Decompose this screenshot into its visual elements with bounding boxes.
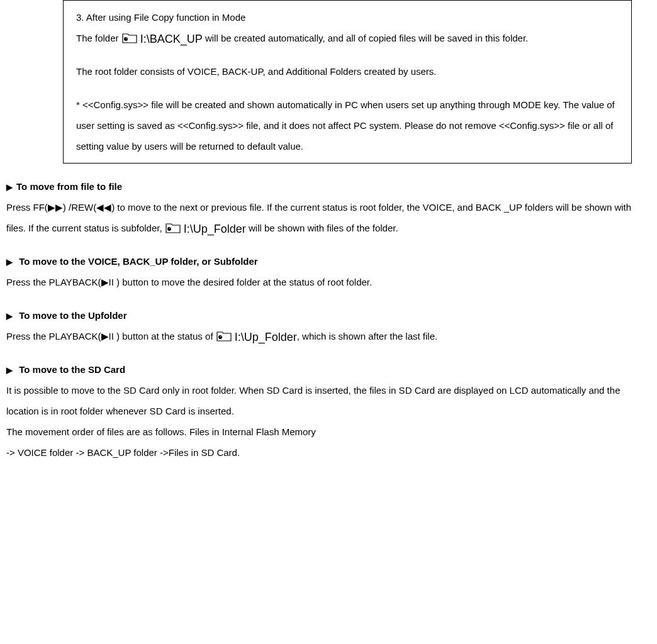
folder-icon — [216, 331, 232, 343]
section-title-move-file: To move from file to file — [6, 176, 651, 197]
section-title-move-voice: To move to the VOICE, BACK_UP folder, or… — [6, 251, 651, 272]
text: will be shown with files of the folder. — [249, 223, 398, 233]
folder-label: I:\Up_Folder — [184, 223, 246, 235]
section-body-sd2: The movement order of files are as follo… — [6, 421, 651, 442]
info-box: 3. After using File Copy function in Mod… — [63, 0, 632, 164]
folder-label: I:\BACK_UP — [140, 33, 203, 45]
section-title-sd-card: To move to the SD Card — [6, 359, 651, 380]
section-body-upfolder: Press the PLAYBACK(▶II ) button at the s… — [6, 326, 651, 347]
folder-label: I:\Up_Folder — [235, 331, 297, 343]
box-title: 3. After using File Copy function in Mod… — [76, 7, 619, 28]
section-title-text: To move to the VOICE, BACK_UP folder, or… — [16, 256, 258, 267]
text: Press the PLAYBACK(▶II ) button at the s… — [6, 331, 216, 341]
folder-graphic-upfolder: I:\Up_Folder — [165, 223, 246, 235]
section-title-text: To move from file to file — [16, 181, 122, 192]
folder-icon — [121, 33, 138, 45]
svg-point-3 — [169, 228, 171, 229]
folder-graphic-upfolder-2: I:\Up_Folder — [216, 331, 297, 343]
section-body-move-voice: Press the PLAYBACK(▶II ) button to move … — [6, 272, 651, 292]
svg-point-0 — [124, 37, 128, 41]
section-title-text: To move to the SD Card — [16, 364, 125, 375]
section-title-text: To move to the Upfolder — [16, 310, 127, 321]
text: , which is shown after the last file. — [297, 331, 437, 341]
section-body-move-file: Press FF(▶▶) /REW(◀◀) to move to the nex… — [6, 197, 651, 238]
box-line-folder: The folder I:\BACK_UP will be created au… — [76, 28, 619, 48]
text-before: The folder — [76, 33, 121, 43]
svg-point-1 — [126, 38, 127, 39]
box-root-folder: The root folder consists of VOICE, BACK-… — [76, 61, 619, 82]
svg-point-4 — [218, 335, 222, 339]
document-page: 3. After using File Copy function in Mod… — [0, 0, 657, 482]
text-after: will be created automatically, and all o… — [205, 33, 528, 43]
folder-graphic-backup: I:\BACK_UP — [121, 33, 203, 45]
svg-point-2 — [167, 227, 171, 231]
section-body-sd3: -> VOICE folder -> BACK_UP folder ->File… — [6, 442, 651, 463]
section-title-upfolder: To move to the Upfolder — [6, 305, 651, 326]
section-body-sd1: It is possible to move to the SD Card on… — [6, 380, 651, 421]
svg-point-5 — [220, 336, 222, 337]
box-config: * <<Config.sys>> file will be created an… — [76, 94, 619, 157]
folder-icon — [165, 223, 181, 235]
